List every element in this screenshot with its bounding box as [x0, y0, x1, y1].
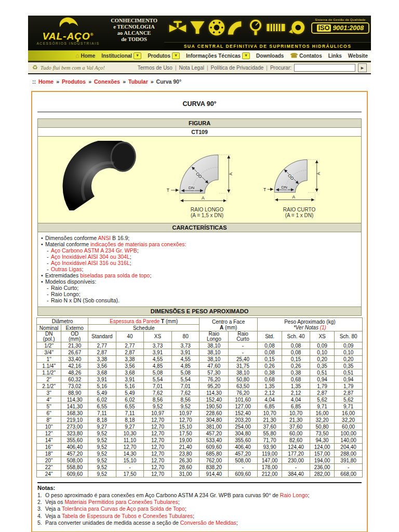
- table-cell: 384,40: [282, 471, 310, 477]
- table-cell: 3,38: [116, 356, 144, 363]
- inline-link[interactable]: ANSI: [98, 235, 111, 241]
- inline-link[interactable]: Outras Ligas: [51, 266, 82, 272]
- text-segment: Raio Longo;: [51, 291, 81, 297]
- table-cell: 6,02: [88, 396, 116, 403]
- breadcrumb-link[interactable]: Home: [38, 78, 54, 85]
- column-header: Standard: [88, 331, 116, 342]
- inline-link[interactable]: Materiais Permitidos para Conexões Tubul…: [64, 499, 178, 505]
- nav-item-downloads[interactable]: Downloads: [256, 53, 284, 59]
- breadcrumb-link[interactable]: Tubular: [128, 78, 148, 85]
- table-cell: 7,62: [144, 390, 172, 396]
- table-cell: 0,94: [310, 376, 334, 383]
- nav-item-home[interactable]: ⌂Home: [75, 53, 95, 59]
- breadcrumb-link[interactable]: Conexões: [94, 78, 120, 85]
- chevron-down-icon[interactable]: ▾: [242, 52, 250, 59]
- nav-item-contatos[interactable]: ☎Contatos: [290, 53, 322, 59]
- col-header-row: DN(pol.)OD(mm)Standard40XS80RaioLongoRai…: [37, 331, 363, 342]
- table-cell: 457,20: [200, 430, 229, 437]
- table-cell: 1,35: [282, 383, 310, 390]
- breadcrumb-link[interactable]: Produtos: [62, 78, 86, 85]
- text-segment: ;: [308, 492, 310, 498]
- table-cell: 2,12: [282, 390, 310, 396]
- table-cell: 4,04: [282, 396, 310, 403]
- table-cell: 4,85: [144, 363, 172, 369]
- utility-link[interactable]: Termos de Uso: [138, 65, 172, 71]
- table-cell: 24'': [37, 471, 61, 477]
- column-header: DN(pol.): [37, 331, 61, 342]
- table-row: 2''60,323,913,915,545,5476,2050,800,680,…: [37, 376, 363, 383]
- table-cell: 152,40: [200, 396, 229, 403]
- table-cell: 100,00: [335, 430, 363, 437]
- utility-link[interactable]: Nota Legal: [179, 65, 204, 71]
- nav-item-informa-es-t-cnicas[interactable]: Informações Técnicas▾: [186, 52, 250, 59]
- inline-link[interactable]: Aço Inoxidável AISI 304 ou 304L: [51, 254, 130, 260]
- nav-item-website[interactable]: Website: [348, 53, 368, 59]
- nav-item-institucional[interactable]: Institucional▾: [101, 52, 141, 59]
- search-input[interactable]: [294, 64, 355, 72]
- table-cell: 203,20: [229, 417, 258, 423]
- raio-curto-block: OD DN T A A RA: [259, 141, 340, 218]
- expansion-joint-icon: [265, 20, 286, 37]
- table-row: 5''141,306,556,559,529,52190,50127,006,8…: [37, 403, 363, 410]
- chevron-down-icon[interactable]: ▾: [134, 52, 141, 59]
- slogan: CONHECIMENTOe TECNOLOGIAao ALCANCEde TOD…: [105, 18, 163, 43]
- inline-link[interactable]: Tabela de Espessura de Tubos e Conexões …: [62, 513, 193, 519]
- inline-link[interactable]: Tolerância para Curvas de Aço para Solda…: [62, 506, 185, 512]
- table-cell: 0,09: [310, 342, 334, 349]
- table-cell: 21,40: [171, 444, 200, 450]
- nav-item-produtos[interactable]: Produtos▾: [148, 52, 180, 59]
- search-go-button[interactable]: ▶: [358, 63, 367, 72]
- slogan-line: ao ALCANCE: [105, 30, 163, 36]
- table-cell: -: [229, 342, 258, 349]
- utility-link[interactable]: Política de Privacidade: [211, 65, 264, 71]
- table-cell: 6'': [37, 410, 61, 417]
- table-cell: 0,68: [257, 376, 282, 383]
- table-cell: 12,70: [144, 450, 172, 457]
- chevron-down-icon[interactable]: ▾: [172, 52, 180, 59]
- table-cell: 157,00: [310, 450, 334, 457]
- inline-link[interactable]: Raio Longo: [280, 492, 308, 498]
- table-cell: 38,10: [229, 369, 258, 376]
- table-cell: 282,00: [310, 471, 334, 477]
- table-row: 24''609,609,5217,5012,7031,00914,40609,6…: [37, 471, 363, 477]
- table-cell: 609,60: [229, 471, 258, 477]
- table-cell: 236,00: [310, 464, 334, 471]
- characteristics-list: •Dimensões conforme ANSI B 16.9;•Materia…: [38, 232, 361, 307]
- elbow-icon: [228, 19, 245, 38]
- table-cell: 838,20: [200, 464, 229, 471]
- inline-link[interactable]: Aço Carbono ASTM A 234 Gr. WPB: [51, 247, 137, 254]
- iso-label: ISO9001:2008: [311, 22, 369, 34]
- table-cell: 9,27: [116, 423, 144, 430]
- table-cell: 12,70: [144, 437, 172, 444]
- phone-icon: ☎: [290, 53, 298, 58]
- inline-link[interactable]: biseladas para solda de topo: [80, 272, 150, 278]
- table-cell: 0,68: [282, 376, 310, 383]
- peso-header: Peso Aproximado (kg) *Ver Notas (1): [257, 318, 362, 331]
- table-cell: 11,10: [116, 437, 144, 444]
- raio-longo-formula: (A = 1,5 x DN): [160, 212, 255, 218]
- text-segment: ;: [130, 260, 131, 266]
- table-cell: 95,20: [200, 383, 229, 390]
- dimensions-section-header: DIMENSÕES E PESO APROXIMADO: [37, 307, 362, 316]
- inline-link[interactable]: Conversão de Medidas: [180, 520, 236, 526]
- table-cell: 6,85: [257, 403, 282, 410]
- table-cell: 9,52: [88, 457, 116, 464]
- table-cell: 7,01: [144, 383, 172, 390]
- table-cell: 0,20: [310, 356, 334, 363]
- nav-item-links[interactable]: Links: [328, 53, 342, 59]
- inline-link[interactable]: Aço Inoxidável AISI 316 ou 316L: [51, 260, 130, 266]
- table-cell: 60,00: [335, 423, 363, 430]
- table-cell: 10,97: [144, 410, 172, 417]
- table-cell: 76,20: [200, 376, 229, 383]
- elbow-photo: [59, 141, 156, 210]
- table-cell: 15,10: [171, 423, 200, 430]
- table-cell: 60,32: [61, 376, 88, 383]
- table-cell: 12,70: [144, 471, 172, 477]
- centro-face-header: Centro a Face A (mm): [200, 318, 257, 331]
- inline-link[interactable]: indicações de materiais para conexões:: [90, 241, 186, 247]
- brand-logo[interactable]: VAL-AÇO® ACESSÓRIOS INDUSTRIAIS: [32, 17, 104, 45]
- table-cell: 48,26: [61, 369, 88, 376]
- table-cell: 16,00: [335, 410, 363, 417]
- table-cell: 16,00: [310, 410, 334, 417]
- raio-longo-block: OD DN T A A RA: [160, 141, 255, 218]
